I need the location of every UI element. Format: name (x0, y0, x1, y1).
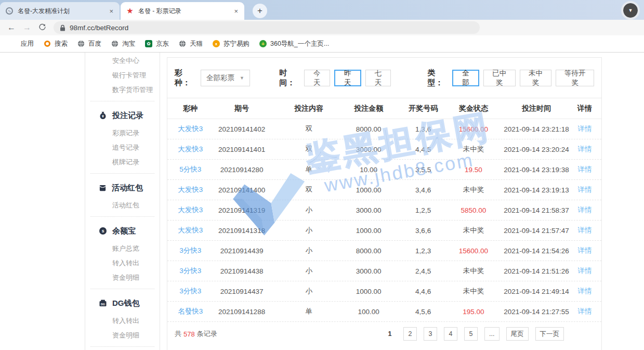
last-page-button[interactable]: 尾页 (506, 327, 529, 341)
record-count-prefix: 共 (175, 329, 181, 339)
detail-link[interactable]: 详情 (575, 287, 594, 296)
sidebar-section-yuebao[interactable]: s 余额宝 (85, 221, 160, 241)
page-4-button[interactable]: 4 (444, 327, 457, 341)
page-ellipsis-button[interactable]: ... (484, 327, 499, 341)
type-all-button[interactable]: 全部 (452, 70, 479, 86)
detail-link[interactable]: 详情 (575, 165, 594, 174)
sidebar-item-fund-details[interactable]: 资金明细 (85, 270, 160, 285)
lottery-name-link[interactable]: 3分快3 (175, 287, 206, 296)
detail-link[interactable]: 详情 (575, 266, 594, 276)
bookmark-suning[interactable]: ᴥ 苏宁易购 (212, 40, 249, 48)
lottery-name-link[interactable]: 5分快3 (175, 165, 206, 174)
sidebar-item-fund-details-2[interactable]: 资金明细 (85, 328, 160, 343)
draw-numbers: 4,4,6 (397, 288, 450, 295)
tab-bet-record[interactable]: ★ 名發 - 彩票记录 × (121, 2, 244, 20)
bookmark-baidu[interactable]: 百度 (77, 40, 101, 48)
type-filter-label: 类型： (427, 68, 448, 88)
sidebar-item-chase-records[interactable]: 追号记录 (85, 140, 160, 155)
time-today-button[interactable]: 今天 (304, 70, 330, 86)
prize-status: 195.00 (450, 308, 498, 316)
bookmark-360nav[interactable]: + 360导航_一个主页... (259, 40, 329, 48)
lottery-type-value: 全部彩票 (206, 73, 234, 83)
table-row: 3分快3 20210914438 小 3000.00 2,4,5 未中奖 202… (167, 261, 601, 281)
back-icon[interactable]: ← (7, 23, 16, 32)
draw-numbers: 1,3,6 (397, 125, 450, 133)
lottery-name-link[interactable]: 3分快3 (175, 246, 206, 255)
detail-link[interactable]: 详情 (575, 246, 594, 255)
sidebar-item-security-center[interactable]: 安全中心 (85, 54, 160, 68)
new-tab-button[interactable]: + (253, 4, 267, 18)
sidebar-section-dg-wallet[interactable]: DG DG钱包 (85, 293, 160, 314)
page-2-button[interactable]: 2 (403, 327, 417, 341)
tab-close-icon[interactable]: × (108, 7, 114, 15)
type-won-button[interactable]: 已中奖 (483, 70, 516, 86)
tab-plan[interactable]: ∿ 名發-大发精准计划 × (0, 2, 120, 20)
bet-content: 小 (278, 266, 340, 276)
address-bar[interactable]: 98mf.cc/betRecord (54, 21, 480, 34)
record-count-suffix: 条记录 (197, 329, 217, 339)
time-yesterday-button[interactable]: 昨天 (334, 70, 361, 86)
bet-time: 2021-09-14 23:19:13 (497, 186, 575, 194)
media-control-icon[interactable]: ▼ (623, 3, 638, 18)
refresh-icon[interactable] (38, 23, 46, 33)
sidebar-item-board-records[interactable]: 棋牌记录 (85, 155, 160, 170)
sidebar-item-bank-card[interactable]: 银行卡管理 (85, 68, 160, 83)
col-prize: 奖金状态 (450, 104, 498, 113)
draw-numbers: 3,4,6 (397, 186, 450, 194)
detail-link[interactable]: 详情 (575, 205, 594, 215)
type-pending-button[interactable]: 等待开奖 (556, 70, 594, 86)
bet-amount: 3000.00 (340, 267, 397, 275)
bookmark-tmall[interactable]: 天猫 (178, 40, 203, 48)
page-3-button[interactable]: 3 (424, 327, 437, 341)
table-row: 3分快3 20210914439 小 8000.00 1,2,3 15600.0… (167, 241, 601, 261)
detail-link[interactable]: 详情 (575, 124, 594, 134)
detail-link[interactable]: 详情 (575, 185, 594, 195)
sidebar-item-transfer[interactable]: 转入转出 (85, 256, 160, 270)
detail-link[interactable]: 详情 (575, 145, 594, 154)
url-text[interactable]: 98mf.cc/betRecord (70, 24, 128, 32)
detail-link[interactable]: 详情 (575, 226, 594, 235)
sidebar: 安全中心 银行卡管理 数字货币管理 ¥ 投注记录 彩票记录 追号记录 棋牌记录 … (85, 53, 160, 350)
bookmark-taobao[interactable]: 淘宝 (111, 40, 135, 48)
bet-time: 2021-09-14 21:54:26 (497, 247, 575, 255)
sidebar-item-red-packet[interactable]: 活动红包 (85, 198, 160, 213)
lottery-name-link[interactable]: 大发快3 (175, 185, 206, 195)
draw-numbers: 4,4,5 (397, 146, 450, 153)
lottery-name-link[interactable]: 大发快3 (175, 205, 206, 215)
bet-amount: 100.00 (340, 308, 397, 316)
page-5-button[interactable]: 5 (464, 327, 478, 341)
bookmark-apps[interactable]: 应用 (9, 40, 34, 48)
lottery-name-link[interactable]: 大发快3 (175, 226, 206, 235)
sidebar-item-transfer-2[interactable]: 转入转出 (85, 314, 160, 328)
type-lost-button[interactable]: 未中奖 (520, 70, 552, 86)
bet-time: 2021-09-14 21:57:47 (497, 227, 575, 235)
table-row: 大发快3 202109141319 小 3000.00 1,2,5 5850.0… (167, 200, 601, 221)
forward-icon[interactable]: → (23, 23, 31, 32)
lottery-name-link[interactable]: 大发快3 (175, 124, 206, 134)
bookmark-search[interactable]: 搜索 (43, 40, 68, 48)
lottery-name-link[interactable]: 名發快3 (175, 307, 206, 316)
navigation-bar: ← → 98mf.cc/betRecord (0, 20, 644, 35)
lottery-name-link[interactable]: 3分快3 (175, 266, 206, 276)
bookmark-label: 淘宝 (122, 40, 135, 48)
bookmark-label: 天猫 (190, 40, 203, 48)
sidebar-item-digital-currency[interactable]: 数字货币管理 (85, 83, 160, 97)
apps-grid-icon (9, 40, 18, 48)
bookmark-jd[interactable]: ✿ 京东 (144, 40, 169, 48)
sidebar-item-lottery-records[interactable]: 彩票记录 (85, 126, 160, 140)
time-seven-days-button[interactable]: 七天 (365, 70, 391, 86)
next-page-button[interactable]: 下一页 (535, 327, 564, 341)
bet-record-panel: 彩种： 全部彩票 ▼ 时间： 今天 昨天 七天 类型： 全部 已中奖 未中奖 等… (167, 57, 602, 350)
sidebar-section-red-packet[interactable]: 活动红包 (85, 177, 160, 198)
tab-close-icon[interactable]: × (233, 7, 239, 15)
sidebar-section-bet-records[interactable]: ¥ 投注记录 (85, 105, 160, 126)
lottery-name-link[interactable]: 大发快3 (175, 145, 206, 154)
draw-numbers: 1,2,3 (397, 247, 450, 255)
chevron-down-icon: ▼ (240, 75, 244, 81)
sidebar-item-account-overview[interactable]: 账户总览 (85, 241, 160, 256)
detail-link[interactable]: 详情 (575, 307, 594, 316)
sidebar-section-label: DG钱包 (112, 299, 140, 308)
prize-status: 未中奖 (450, 145, 498, 154)
table-row: 3分快3 20210914437 小 1000.00 4,4,6 未中奖 202… (167, 281, 601, 302)
lottery-type-dropdown[interactable]: 全部彩票 ▼ (201, 70, 251, 86)
